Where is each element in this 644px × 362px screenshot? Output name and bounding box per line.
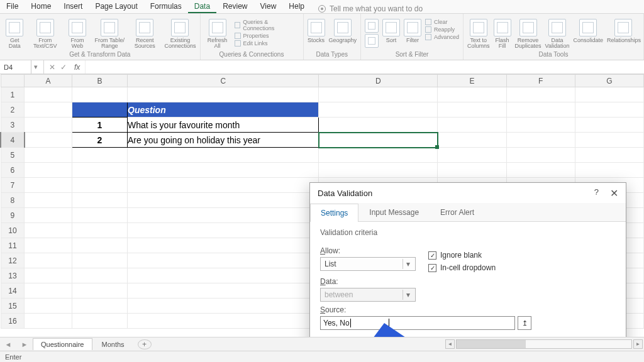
row-5[interactable]: 5	[1, 148, 25, 163]
fx-icon[interactable]: fx	[72, 63, 80, 72]
ignore-blank-checkbox[interactable]: ✓ Ignore blank	[428, 251, 496, 260]
cancel-entry-icon[interactable]: ✕	[49, 63, 55, 72]
incell-dropdown-checkbox[interactable]: ✓ In-cell dropdown	[428, 263, 496, 272]
existing-connections-button[interactable]: Existing Connections	[164, 16, 196, 49]
col-D[interactable]: D	[319, 75, 438, 87]
tab-review[interactable]: Review	[216, 0, 253, 13]
allow-dropdown[interactable]: List ▾	[320, 257, 416, 271]
horizontal-scrollbar[interactable]: ◄ ►	[152, 339, 644, 349]
scroll-right-icon[interactable]: ►	[633, 339, 643, 349]
reapply-button[interactable]: Reapply	[425, 26, 459, 33]
cell-C3[interactable]: What is your favourite month	[128, 118, 319, 133]
clear-filter-button[interactable]: Clear	[425, 19, 459, 25]
row-13[interactable]: 13	[1, 268, 25, 283]
row-4[interactable]: 4	[1, 133, 25, 148]
row-14[interactable]: 14	[1, 283, 25, 299]
cell-B3[interactable]: 1	[72, 118, 127, 133]
scroll-left-icon[interactable]: ◄	[445, 339, 455, 349]
dialog-close-button[interactable]: ✕	[610, 187, 618, 199]
filter-button[interactable]: Filter	[404, 16, 421, 43]
dialog-tab-error-alert[interactable]: Error Alert	[430, 203, 485, 221]
get-data-button[interactable]: Get Data	[4, 16, 26, 49]
tab-formulas[interactable]: Formulas	[144, 0, 188, 13]
edit-links-button[interactable]: Edit Links	[235, 40, 299, 47]
tab-data[interactable]: Data	[188, 0, 216, 13]
source-range-picker-button[interactable]: ↥	[518, 316, 531, 330]
col-F[interactable]: F	[506, 75, 575, 87]
tab-home[interactable]: Home	[25, 0, 57, 13]
from-table-button[interactable]: From Table/ Range	[94, 16, 125, 49]
confirm-entry-icon[interactable]: ✓	[60, 63, 67, 72]
scroll-thumb[interactable]	[457, 340, 526, 348]
select-all-corner[interactable]	[1, 75, 25, 87]
cell-C2[interactable]: Question	[128, 102, 319, 118]
row-1[interactable]: 1	[1, 87, 25, 102]
row-3[interactable]: 3	[1, 118, 25, 133]
tab-file[interactable]: File	[0, 0, 25, 13]
row-8[interactable]: 8	[1, 193, 25, 208]
tab-insert[interactable]: Insert	[57, 0, 89, 13]
row-12[interactable]: 12	[1, 253, 25, 268]
sheet-tab-bar: ◄ ► Questionnaire Months + ◄ ►	[0, 337, 644, 351]
text-to-columns-label: Text to Columns	[467, 38, 490, 49]
geography-icon	[334, 19, 352, 36]
properties-button[interactable]: Properties	[235, 33, 299, 39]
name-box-dropdown-icon[interactable]: ▾	[31, 60, 40, 74]
sort-button[interactable]: Sort	[382, 16, 400, 43]
sheet-nav-next-icon[interactable]: ►	[16, 341, 33, 348]
row-10[interactable]: 10	[1, 223, 25, 238]
sheet-tab-months[interactable]: Months	[94, 338, 133, 350]
tab-pagelayout[interactable]: Page Layout	[89, 0, 143, 13]
consolidate-button[interactable]: Consolidate	[573, 16, 603, 43]
tell-me-search[interactable]: Tell me what you want to do	[318, 4, 423, 13]
sheet-tab-questionnaire[interactable]: Questionnaire	[33, 338, 92, 350]
cell-B2[interactable]	[72, 102, 127, 118]
dialog-tab-settings[interactable]: Settings	[310, 204, 358, 222]
flash-fill-button[interactable]: Flash Fill	[494, 16, 511, 49]
queries-connections-button[interactable]: Queries & Connections	[235, 19, 299, 31]
sort-az-button[interactable]	[365, 16, 379, 48]
refresh-all-button[interactable]: Refresh All	[204, 16, 231, 49]
recent-sources-button[interactable]: Recent Sources	[129, 16, 160, 49]
row-11[interactable]: 11	[1, 238, 25, 253]
row-7[interactable]: 7	[1, 178, 25, 193]
dialog-help-button[interactable]: ?	[594, 187, 599, 199]
row-9[interactable]: 9	[1, 208, 25, 223]
from-textcsv-label: From Text/CSV	[30, 38, 61, 49]
name-box[interactable]: D4 ▾	[0, 60, 44, 74]
sheet-nav-prev-icon[interactable]: ◄	[0, 341, 16, 348]
relationships-button[interactable]: Relationships	[607, 16, 640, 43]
scroll-track[interactable]	[456, 339, 632, 349]
from-textcsv-button[interactable]: From Text/CSV	[30, 16, 61, 49]
recent-sources-icon	[136, 19, 153, 36]
advanced-filter-button[interactable]: Advanced	[425, 34, 459, 40]
col-G[interactable]: G	[575, 75, 643, 87]
existing-connections-icon	[171, 19, 189, 36]
add-sheet-button[interactable]: +	[138, 339, 152, 349]
source-input[interactable]: Yes, No	[320, 316, 515, 330]
from-web-button[interactable]: From Web	[65, 16, 90, 49]
tab-help[interactable]: Help	[282, 0, 311, 13]
data-validation-button[interactable]: Data Validation	[545, 16, 570, 49]
worksheet-grid[interactable]: A B C D E F G 1 2 Question 3 1 What is y…	[0, 74, 644, 337]
row-2[interactable]: 2	[1, 102, 25, 118]
stocks-button[interactable]: Stocks	[308, 16, 325, 43]
cell-D4-active[interactable]	[319, 133, 438, 148]
filter-label: Filter	[406, 38, 419, 43]
row-16[interactable]: 16	[1, 314, 25, 329]
dialog-tab-input-message[interactable]: Input Message	[358, 203, 430, 221]
tab-view[interactable]: View	[254, 0, 283, 13]
tell-me-placeholder: Tell me what you want to do	[330, 4, 423, 13]
validation-criteria-label: Validation criteria	[320, 228, 616, 237]
text-to-columns-button[interactable]: Text to Columns	[467, 16, 490, 49]
col-E[interactable]: E	[438, 75, 506, 87]
col-C[interactable]: C	[128, 75, 319, 87]
cell-B4[interactable]: 2	[72, 133, 127, 148]
remove-duplicates-button[interactable]: Remove Duplicates	[515, 16, 541, 49]
col-B[interactable]: B	[72, 75, 127, 87]
geography-button[interactable]: Geography	[329, 16, 357, 43]
row-6[interactable]: 6	[1, 163, 25, 178]
col-A[interactable]: A	[25, 75, 72, 87]
row-15[interactable]: 15	[1, 299, 25, 314]
cell-C4[interactable]: Are you going on holiday this year	[128, 133, 319, 148]
